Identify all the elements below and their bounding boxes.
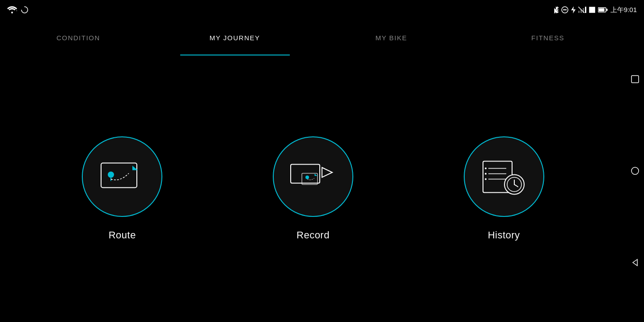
svg-point-29 <box>485 178 487 180</box>
record-label: Record <box>297 229 330 241</box>
tab-fitness[interactable]: FITNESS <box>470 20 626 55</box>
svg-rect-11 <box>589 7 595 13</box>
signal-icon <box>578 7 586 13</box>
svg-point-2 <box>21 7 28 13</box>
route-button[interactable] <box>82 136 162 217</box>
record-icon <box>288 157 338 197</box>
back-button[interactable] <box>630 257 640 268</box>
status-bar: ? <box>0 0 644 20</box>
history-icon <box>479 157 529 197</box>
svg-point-28 <box>485 173 487 175</box>
svg-marker-36 <box>633 259 637 266</box>
svg-point-0 <box>11 12 13 13</box>
battery-icon <box>598 7 608 13</box>
sim-icon <box>589 7 595 13</box>
history-item[interactable]: History <box>464 136 544 241</box>
svg-rect-13 <box>598 8 604 12</box>
tab-my-bike[interactable]: MY BIKE <box>313 20 470 55</box>
svg-rect-18 <box>291 165 320 183</box>
history-button[interactable] <box>464 136 544 217</box>
minus-circle-icon <box>561 6 568 13</box>
main-content: Route Record <box>0 55 626 322</box>
svg-point-35 <box>631 167 639 174</box>
spinner-icon <box>21 6 29 14</box>
svg-rect-14 <box>606 9 608 11</box>
svg-rect-34 <box>631 76 639 83</box>
status-time: 上午9:01 <box>610 6 637 14</box>
status-icons-left: ? <box>7 6 29 14</box>
svg-point-16 <box>108 172 114 178</box>
svg-point-21 <box>305 176 309 179</box>
wifi-question-icon: ? <box>7 6 17 14</box>
svg-point-27 <box>485 168 487 169</box>
svg-marker-19 <box>322 168 332 178</box>
home-button[interactable] <box>630 165 640 176</box>
svg-rect-4 <box>563 9 567 10</box>
record-item[interactable]: Record <box>273 136 353 241</box>
svg-rect-15 <box>101 163 137 188</box>
svg-rect-6 <box>578 11 580 13</box>
square-button[interactable] <box>630 74 640 85</box>
svg-rect-9 <box>585 7 586 13</box>
flash-icon <box>571 6 576 13</box>
bluetooth-icon <box>553 6 559 14</box>
tab-my-journey[interactable]: MY JOURNEY <box>157 20 313 55</box>
route-label: Route <box>109 229 136 241</box>
record-button[interactable] <box>273 136 353 217</box>
route-item[interactable]: Route <box>82 136 162 241</box>
nav-tabs: CONDITION MY JOURNEY MY BIKE FITNESS <box>0 20 626 55</box>
svg-marker-5 <box>571 6 576 13</box>
route-icon <box>97 157 147 197</box>
history-label: History <box>488 229 520 241</box>
tab-condition[interactable]: CONDITION <box>0 20 157 55</box>
svg-text:?: ? <box>16 8 17 12</box>
svg-marker-22 <box>314 174 317 176</box>
status-icons-right: 上午9:01 <box>553 6 637 14</box>
side-buttons <box>626 20 644 322</box>
